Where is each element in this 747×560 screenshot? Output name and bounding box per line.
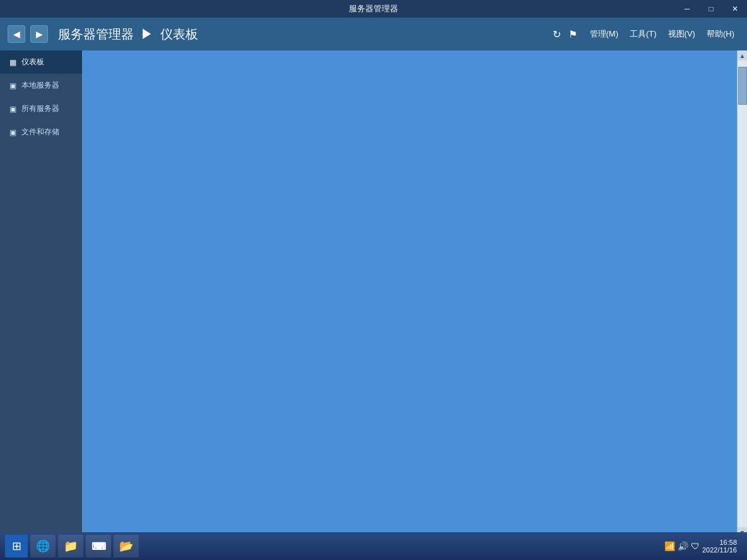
security-icon: 🛡 bbox=[691, 541, 700, 551]
scroll-thumb[interactable] bbox=[738, 67, 747, 105]
taskbar: ⊞ 🌐 📁 ⌨ 📂 📶 🔊 🛡 16:58 2022/11/16 bbox=[0, 532, 747, 560]
help-menu[interactable]: 帮助(H) bbox=[702, 26, 739, 42]
manage-menu[interactable]: 管理(M) bbox=[585, 26, 624, 42]
menu-bar: 管理(M) 工具(T) 视图(V) 帮助(H) bbox=[585, 26, 740, 42]
toolbar-title: 服务器管理器 ▶ 仪表板 bbox=[58, 26, 548, 43]
sidebar-label-all: 所有服务器 bbox=[21, 103, 59, 114]
taskbar-item-ie[interactable]: 🌐 bbox=[30, 535, 56, 557]
scroll-up-arrow[interactable]: ▲ bbox=[738, 50, 748, 61]
right-scrollbar[interactable]: ▲ ▼ bbox=[737, 50, 747, 537]
dashboard-icon: ▦ bbox=[8, 57, 18, 67]
ie-icon: 🌐 bbox=[36, 539, 50, 553]
clock-date: 2022/11/16 bbox=[702, 546, 737, 554]
files2-icon: 📂 bbox=[119, 539, 133, 553]
clock-time: 16:58 bbox=[702, 539, 737, 546]
explorer-icon: 📁 bbox=[64, 539, 78, 553]
title-bar: 服务器管理器 ─ □ ✕ bbox=[0, 0, 747, 18]
taskbar-item-explorer[interactable]: 📁 bbox=[58, 535, 83, 557]
sidebar-label-files: 文件和存储 bbox=[21, 127, 59, 137]
taskbar-clock[interactable]: 16:58 2022/11/16 bbox=[702, 539, 737, 554]
sidebar-item-files[interactable]: ▣ 文件和存储 bbox=[0, 120, 82, 144]
taskbar-item-cmd[interactable]: ⌨ bbox=[86, 535, 111, 557]
forward-button[interactable]: ▶ bbox=[30, 25, 48, 43]
files-icon: ▣ bbox=[8, 127, 18, 137]
sidebar-label-dashboard: 仪表板 bbox=[21, 57, 44, 67]
refresh-icon[interactable]: ↻ bbox=[553, 28, 561, 40]
local-server-icon: ▣ bbox=[8, 81, 18, 91]
close-button[interactable]: ✕ bbox=[723, 0, 747, 18]
content-area: 📋 添加角色和功能向导 ─ □ ✕ bbox=[82, 50, 737, 537]
taskbar-item-files2[interactable]: 📂 bbox=[114, 535, 139, 557]
maximize-button[interactable]: □ bbox=[699, 0, 723, 18]
system-tray: 📶 🔊 🛡 bbox=[664, 541, 700, 551]
sidebar-item-local[interactable]: ▣ 本地服务器 bbox=[0, 74, 82, 97]
start-button[interactable]: ⊞ bbox=[5, 535, 28, 557]
cmd-icon: ⌨ bbox=[91, 540, 106, 552]
sidebar-item-dashboard[interactable]: ▦ 仪表板 bbox=[0, 50, 82, 74]
volume-icon: 🔊 bbox=[678, 541, 688, 551]
view-menu[interactable]: 视图(V) bbox=[663, 26, 700, 42]
server-manager-toolbar: ◀ ▶ 服务器管理器 ▶ 仪表板 ↻ ⚑ 管理(M) 工具(T) 视图(V) 帮… bbox=[0, 18, 747, 50]
minimize-button[interactable]: ─ bbox=[675, 0, 699, 18]
tools-menu[interactable]: 工具(T) bbox=[625, 26, 662, 42]
window-controls: ─ □ ✕ bbox=[675, 0, 747, 18]
all-servers-icon: ▣ bbox=[8, 104, 18, 114]
app-title: 服务器管理器 bbox=[349, 3, 398, 15]
back-button[interactable]: ◀ bbox=[8, 25, 25, 43]
flag-icon[interactable]: ⚑ bbox=[568, 28, 577, 40]
toolbar-right: ↻ ⚑ 管理(M) 工具(T) 视图(V) 帮助(H) bbox=[553, 26, 740, 42]
windows-logo: ⊞ bbox=[12, 539, 21, 553]
scroll-track[interactable] bbox=[738, 61, 747, 527]
sidebar-item-all[interactable]: ▣ 所有服务器 bbox=[0, 97, 82, 120]
network-icon: 📶 bbox=[664, 541, 675, 551]
sidebar-label-local: 本地服务器 bbox=[21, 80, 59, 91]
sidebar: ▦ 仪表板 ▣ 本地服务器 ▣ 所有服务器 ▣ 文件和存储 bbox=[0, 50, 82, 537]
